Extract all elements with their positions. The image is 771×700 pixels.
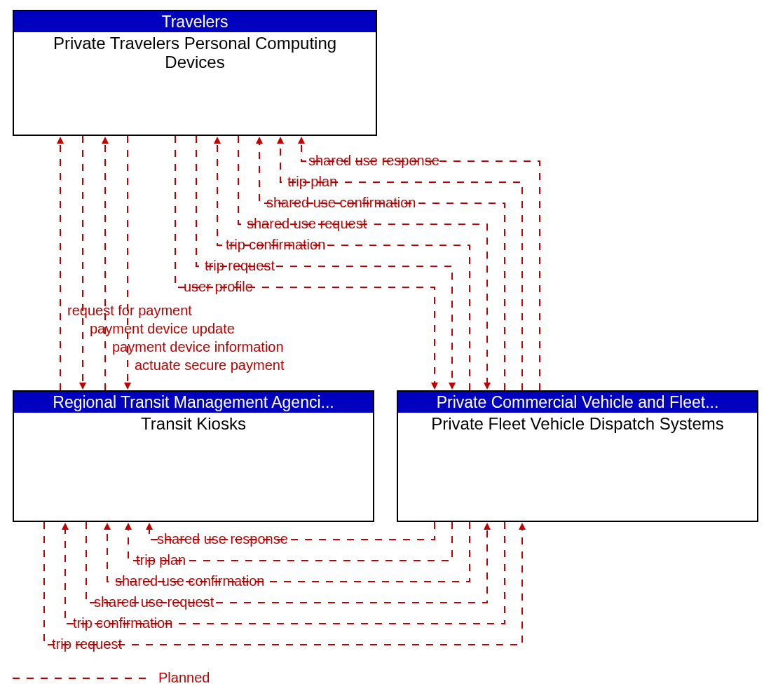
node-fleet-dispatch[interactable]: Private Commercial Vehicle and Fleet... … (397, 390, 758, 522)
node-transit-kiosks[interactable]: Regional Transit Management Agenci... Tr… (13, 390, 374, 522)
node-body-line2: Devices (165, 53, 224, 71)
node-body-transit: Transit Kiosks (14, 413, 373, 434)
node-header-travelers: Travelers (14, 11, 376, 32)
diagram-canvas: Travelers Private Travelers Personal Com… (0, 0, 771, 700)
node-header-fleet: Private Commercial Vehicle and Fleet... (398, 392, 757, 413)
legend-planned: Planned (158, 670, 210, 686)
node-body-fleet: Private Fleet Vehicle Dispatch Systems (398, 413, 757, 434)
node-travelers-devices[interactable]: Travelers Private Travelers Personal Com… (13, 10, 377, 136)
node-body-travelers: Private Travelers Personal Computing Dev… (14, 32, 376, 73)
node-body-line1: Private Travelers Personal Computing (53, 34, 336, 53)
node-header-transit: Regional Transit Management Agenci... (14, 392, 373, 413)
